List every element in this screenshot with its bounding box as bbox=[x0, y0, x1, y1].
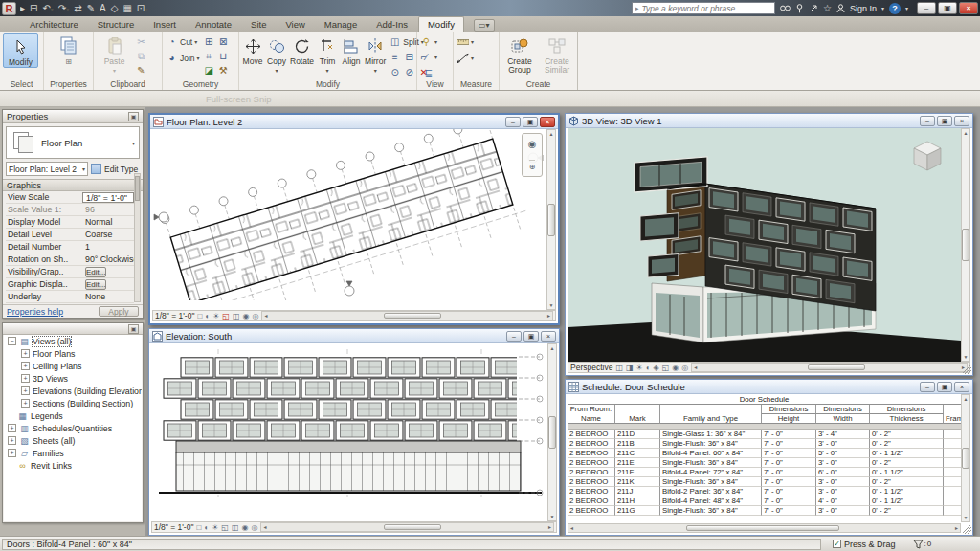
expand-icon[interactable]: + bbox=[21, 374, 30, 383]
unpin-icon[interactable]: ⊘ bbox=[403, 66, 415, 78]
schedule-row[interactable]: 2 BEDROO211JBifold-2 Panel: 36" x 84"7' … bbox=[568, 487, 961, 496]
project-browser-menu-icon[interactable]: ▣ bbox=[128, 324, 139, 334]
array-icon[interactable]: ⊟ bbox=[403, 51, 415, 63]
press-drag-checkbox[interactable]: ✓ bbox=[833, 540, 841, 548]
restore-button[interactable]: ▣ bbox=[937, 382, 952, 392]
scale-icon[interactable]: ◫ bbox=[615, 364, 623, 372]
floor-plan-canvas[interactable]: ◉ ⊕ bbox=[152, 129, 546, 310]
revit-app-menu-button[interactable]: R bbox=[2, 2, 16, 15]
trim-button[interactable]: Trim ▾ bbox=[317, 33, 338, 74]
scale-label[interactable]: 1/8" = 1'-0" bbox=[154, 522, 193, 532]
scroll-down-icon[interactable]: ▼ bbox=[964, 515, 969, 520]
scroll-right-icon[interactable]: ► bbox=[546, 313, 551, 319]
tab-insert[interactable]: Insert bbox=[145, 17, 185, 32]
expand-icon[interactable]: + bbox=[8, 449, 16, 457]
schedule-row[interactable]: 2 BEDROO211GSingle-Flush: 36" x 84"7' - … bbox=[568, 506, 961, 516]
tree-item-views-all[interactable]: −▤Views (all) bbox=[4, 335, 142, 347]
scroll-up-icon[interactable]: ▲ bbox=[550, 345, 555, 351]
floor-plan-window-titlebar[interactable]: Floor Plan: Level 2 – ▣ × bbox=[150, 115, 558, 129]
properties-toggle-button[interactable]: ⊞ bbox=[51, 33, 86, 65]
move-button[interactable]: Move bbox=[242, 33, 263, 66]
close-hidden-windows-icon[interactable]: ⊡▾ bbox=[137, 3, 147, 13]
match-type-icon[interactable]: ✎ bbox=[135, 64, 147, 77]
property-row-scale-value[interactable]: Scale Value 1: 96 bbox=[6, 204, 134, 216]
visual-style-icon[interactable]: □ bbox=[196, 523, 201, 532]
minimize-button[interactable]: – bbox=[920, 382, 935, 392]
property-row-rotation[interactable]: Rotation on Sh.. 90° Clockwise bbox=[6, 253, 134, 266]
vscroll-thumb[interactable] bbox=[548, 416, 556, 449]
three-d-vscrollbar[interactable]: ▲ ▼ bbox=[961, 128, 970, 362]
col-header-name[interactable]: Name bbox=[568, 414, 615, 424]
modify-select-button[interactable]: Modify bbox=[3, 33, 38, 68]
vscroll-thumb[interactable] bbox=[962, 448, 969, 469]
beam-join-icon[interactable]: ⊠ bbox=[217, 35, 230, 48]
rotate-button[interactable]: Rotate bbox=[290, 33, 314, 66]
app-minimize-button[interactable]: – bbox=[917, 2, 936, 14]
sign-in-dropdown-icon[interactable]: ▾ bbox=[881, 5, 884, 11]
minimize-button[interactable]: – bbox=[505, 117, 521, 127]
graphic-display-edit-button[interactable]: Edit... bbox=[85, 279, 106, 290]
panel-label-measure[interactable]: Measure bbox=[454, 79, 499, 89]
tree-item-families[interactable]: +▱Families bbox=[4, 447, 142, 459]
tab-architecture[interactable]: Architecture bbox=[21, 17, 87, 32]
steering-wheel-icon[interactable]: ◉ bbox=[528, 139, 537, 149]
scroll-left-icon[interactable]: ◄ bbox=[693, 364, 698, 370]
panel-label-view[interactable]: View bbox=[417, 79, 453, 89]
wall-joins-icon[interactable]: ⊞ bbox=[203, 35, 215, 48]
scroll-right-icon[interactable]: ► bbox=[547, 524, 552, 530]
schedule-row[interactable]: 2 BEDROO211DSingle-Glass 1: 36" x 84"7' … bbox=[568, 430, 961, 439]
expand-icon[interactable]: + bbox=[8, 436, 16, 445]
zoom-icon[interactable]: ⊕ bbox=[529, 160, 536, 171]
tab-add-ins[interactable]: Add-Ins bbox=[368, 17, 416, 32]
scroll-up-icon[interactable]: ▲ bbox=[964, 130, 969, 136]
selection-filter[interactable]: : 0 bbox=[913, 540, 932, 549]
properties-scrollbar[interactable] bbox=[134, 173, 141, 302]
ribbon-display-toggle[interactable]: ▭▾ bbox=[474, 19, 495, 32]
tree-item-sheets[interactable]: +▧Sheets (all) bbox=[4, 434, 142, 447]
temporary-hide-isolate-icon[interactable]: ◉ bbox=[242, 312, 249, 320]
paint-icon[interactable]: ◪ bbox=[203, 64, 215, 77]
schedule-row[interactable]: 2 BEDROO211FBifold-4 Panel: 72" x 84"7' … bbox=[568, 468, 961, 477]
unjoin-icon[interactable]: ⌗ bbox=[203, 50, 215, 62]
expand-icon[interactable]: + bbox=[21, 362, 30, 370]
col-header-width[interactable]: Width bbox=[816, 414, 870, 424]
elevation-vscrollbar[interactable]: ▲ ▼ bbox=[547, 343, 557, 521]
demolish-icon[interactable]: ⚒ bbox=[217, 64, 230, 77]
copy-button[interactable]: Copy ▾ bbox=[266, 33, 287, 74]
scroll-left-icon[interactable]: ◄ bbox=[262, 524, 267, 530]
crop-region-visibility-icon[interactable]: ◫ bbox=[232, 523, 239, 532]
scroll-down-icon[interactable]: ▼ bbox=[550, 514, 555, 519]
three-d-window-titlebar[interactable]: 3D View: 3D View 1 – ▣ × bbox=[566, 114, 972, 128]
tab-modify[interactable]: Modify bbox=[418, 16, 464, 32]
visibility-edit-button[interactable]: Edit... bbox=[85, 267, 106, 277]
schedule-row[interactable]: 2 BEDROO211KSingle-Flush: 36" x 84"7' - … bbox=[568, 477, 961, 487]
favorites-star-icon[interactable]: ☆ bbox=[823, 3, 832, 13]
hscroll-thumb[interactable] bbox=[384, 524, 441, 530]
elevation-canvas[interactable] bbox=[151, 343, 547, 521]
cutaway-icon[interactable]: ⊑ bbox=[423, 66, 435, 78]
app-restore-button[interactable]: ▣ bbox=[938, 2, 957, 14]
schedule-icon[interactable]: ▦ bbox=[122, 3, 131, 13]
subscription-center-icon[interactable] bbox=[795, 4, 804, 13]
open-icon[interactable]: ▸ bbox=[20, 3, 25, 13]
navigation-bar[interactable]: ◉ ⊕ bbox=[522, 133, 543, 177]
col-header-thickness[interactable]: Thickness bbox=[870, 414, 944, 424]
measure-icon[interactable] bbox=[457, 52, 469, 64]
create-group-button[interactable]: Create Group bbox=[502, 33, 537, 75]
hscroll-thumb[interactable] bbox=[808, 364, 865, 370]
property-row-detail-level[interactable]: Detail Level Coarse bbox=[6, 229, 134, 241]
temporary-hide-isolate-icon[interactable]: ◉ bbox=[241, 523, 248, 532]
three-d-canvas[interactable] bbox=[568, 128, 961, 362]
property-row-detail-number[interactable]: Detail Number 1 bbox=[6, 241, 134, 253]
visual-style-icon[interactable]: □ bbox=[197, 312, 202, 320]
scroll-right-icon[interactable]: ► bbox=[954, 525, 959, 531]
sign-in-person-icon[interactable] bbox=[836, 4, 845, 13]
save-icon[interactable]: ⊟ bbox=[30, 3, 37, 13]
collapse-icon[interactable]: − bbox=[8, 337, 16, 345]
expand-icon[interactable]: + bbox=[8, 424, 16, 432]
tree-item-3d-views[interactable]: +3D Views bbox=[4, 372, 142, 385]
visual-style-icon[interactable]: ◨ bbox=[626, 364, 634, 372]
property-row-underlay[interactable]: Underlay None bbox=[6, 291, 134, 303]
mirror-button[interactable]: Mirror ▾ bbox=[365, 33, 386, 74]
edit-type-icon[interactable] bbox=[91, 164, 101, 174]
